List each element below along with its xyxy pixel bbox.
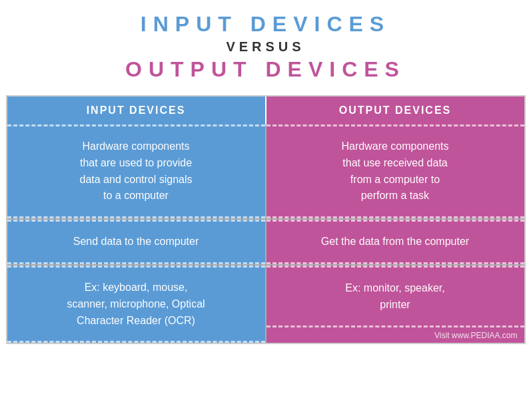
examples-left-text: Ex: keyboard, mouse,scanner, microphone,… [7, 268, 265, 341]
comparison-table: INPUT DEVICES OUTPUT DEVICES Hardware co… [6, 95, 526, 344]
get-right-text: Get the data from the computer [266, 222, 524, 262]
sendget-row: Send data to the computer Get the data f… [7, 218, 524, 264]
examples-row: Ex: keyboard, mouse,scanner, microphone,… [7, 264, 524, 343]
definition-right-cell: Hardware componentsthat use received dat… [266, 124, 524, 218]
table-header-row: INPUT DEVICES OUTPUT DEVICES [7, 97, 524, 124]
col-header-output: OUTPUT DEVICES [266, 97, 524, 124]
versus-label: VERSUS [0, 39, 531, 55]
header-section: INPUT DEVICES VERSUS OUTPUT DEVICES [0, 0, 531, 87]
visit-label: Visit www.PEDIAA.com [266, 328, 524, 343]
title-output: OUTPUT DEVICES [0, 57, 531, 82]
col-header-input: INPUT DEVICES [7, 97, 266, 124]
send-left-cell: Send data to the computer [7, 220, 266, 264]
definition-right-text: Hardware componentsthat use received dat… [266, 126, 524, 216]
definition-left-text: Hardware componentsthat are used to prov… [7, 126, 265, 216]
title-input: INPUT DEVICES [0, 12, 531, 37]
definition-row: Hardware componentsthat are used to prov… [7, 124, 524, 218]
get-right-cell: Get the data from the computer [266, 220, 524, 264]
examples-left-cell: Ex: keyboard, mouse,scanner, microphone,… [7, 266, 266, 343]
examples-right-text: Ex: monitor, speaker,printer [266, 268, 524, 325]
definition-left-cell: Hardware componentsthat are used to prov… [7, 124, 266, 218]
examples-right-cell: Ex: monitor, speaker,printer Visit www.P… [266, 266, 524, 343]
send-left-text: Send data to the computer [7, 222, 265, 262]
